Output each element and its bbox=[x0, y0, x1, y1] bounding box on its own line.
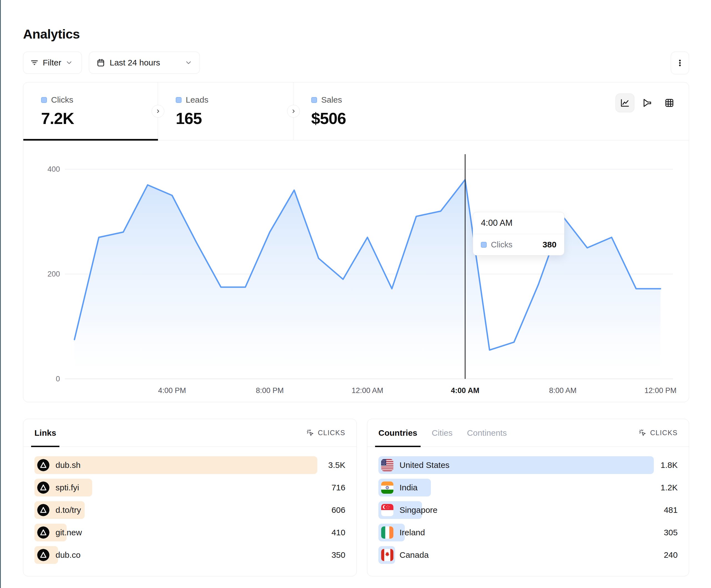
date-range-label: Last 24 hours bbox=[110, 58, 160, 67]
funnel-view-button[interactable] bbox=[638, 93, 656, 112]
table-view-button[interactable] bbox=[660, 93, 679, 112]
link-row-value: 716 bbox=[331, 483, 345, 492]
line-chart-icon bbox=[620, 98, 630, 108]
dub-logo-icon bbox=[37, 526, 49, 539]
svg-text:8:00 PM: 8:00 PM bbox=[256, 386, 284, 395]
flag-sg-icon bbox=[381, 504, 393, 516]
funnel-icon bbox=[642, 98, 652, 108]
countries-tab-underline bbox=[375, 446, 421, 447]
svg-text:4:00 PM: 4:00 PM bbox=[158, 386, 186, 395]
dub-logo-icon bbox=[37, 459, 49, 471]
links-metric-header[interactable]: CLICKS bbox=[306, 429, 345, 437]
country-row-label: Canada bbox=[400, 550, 429, 560]
link-row[interactable]: dub.sh3.5K bbox=[35, 456, 345, 474]
link-row[interactable]: dub.co350 bbox=[35, 546, 345, 564]
clicks-area-chart: 02004004:00 PM8:00 PM12:00 AM4:00 AM8:00… bbox=[23, 140, 689, 403]
country-row-label: India bbox=[400, 483, 417, 492]
svg-text:200: 200 bbox=[47, 270, 60, 278]
link-row[interactable]: git.new410 bbox=[35, 524, 345, 541]
country-row[interactable]: Ireland305 bbox=[379, 524, 678, 541]
page-edge-strip bbox=[0, 0, 1, 588]
country-row-value: 240 bbox=[664, 550, 678, 560]
clicks-legend-swatch bbox=[41, 97, 47, 103]
svg-text:12:00 PM: 12:00 PM bbox=[644, 386, 676, 395]
metric-tabs-row: Clicks 7.2K Leads 165 Sales $506 bbox=[23, 82, 689, 140]
more-options-button[interactable] bbox=[671, 51, 689, 74]
metric-label: Sales bbox=[321, 95, 342, 105]
link-row-label: dub.sh bbox=[56, 460, 81, 470]
link-row-label: git.new bbox=[56, 528, 82, 537]
line-chart-view-button[interactable] bbox=[616, 93, 634, 112]
country-row-value: 1.2K bbox=[661, 483, 678, 492]
dub-logo-icon bbox=[37, 504, 49, 516]
countries-panel: Countries Cities Continents CLICKS Unite… bbox=[367, 419, 689, 576]
flag-ca-icon bbox=[381, 549, 393, 561]
country-row-value: 481 bbox=[664, 505, 678, 515]
page-title: Analytics bbox=[23, 26, 80, 42]
continents-tab-label: Continents bbox=[467, 428, 507, 438]
link-row-value: 350 bbox=[331, 550, 345, 560]
metric-value: 7.2K bbox=[41, 109, 158, 128]
country-row-value: 1.8K bbox=[661, 460, 678, 470]
cursor-click-icon bbox=[639, 429, 647, 437]
tab-sales[interactable]: Sales $506 bbox=[294, 82, 429, 140]
metric-value: 165 bbox=[176, 109, 293, 128]
svg-text:400: 400 bbox=[47, 165, 60, 173]
svg-text:8:00 AM: 8:00 AM bbox=[549, 386, 577, 395]
filter-button-label: Filter bbox=[43, 58, 61, 67]
calendar-icon bbox=[96, 58, 105, 67]
link-row-value: 410 bbox=[331, 528, 345, 537]
cities-tab-label: Cities bbox=[432, 428, 453, 438]
expand-metric-button[interactable] bbox=[152, 105, 164, 118]
link-row-label: d.to/try bbox=[56, 505, 81, 515]
svg-text:4:00 AM: 4:00 AM bbox=[451, 386, 479, 395]
country-row[interactable]: India1.2K bbox=[379, 479, 678, 496]
links-metric-header-label: CLICKS bbox=[318, 429, 345, 437]
link-row[interactable]: spti.fyi716 bbox=[35, 479, 345, 496]
country-row-label: United States bbox=[400, 460, 450, 470]
dub-logo-icon bbox=[37, 481, 49, 494]
country-row[interactable]: United States1.8K bbox=[379, 456, 678, 474]
tab-cities[interactable]: Cities bbox=[432, 419, 453, 447]
date-range-button[interactable]: Last 24 hours bbox=[89, 51, 200, 74]
filter-button[interactable]: Filter bbox=[23, 51, 82, 74]
links-tab-underline bbox=[31, 446, 59, 447]
vertical-ellipsis-icon bbox=[675, 59, 684, 67]
tab-countries[interactable]: Countries bbox=[379, 419, 417, 447]
links-panel-title: Links bbox=[35, 428, 56, 438]
link-row[interactable]: d.to/try606 bbox=[35, 501, 345, 519]
expand-metric-button[interactable] bbox=[287, 105, 300, 118]
flag-ie-icon bbox=[381, 526, 393, 539]
link-row-value: 606 bbox=[331, 505, 345, 515]
chevron-right-icon bbox=[290, 108, 297, 115]
tooltip-series-label: Clicks bbox=[491, 240, 538, 249]
dub-logo-icon bbox=[37, 549, 49, 561]
tab-clicks[interactable]: Clicks 7.2K bbox=[23, 82, 158, 140]
leads-legend-swatch bbox=[176, 97, 181, 103]
tab-continents[interactable]: Continents bbox=[467, 419, 507, 447]
countries-rows: United States1.8KIndia1.2KSingapore481Ir… bbox=[367, 447, 689, 564]
metric-label: Clicks bbox=[51, 95, 73, 105]
tab-links[interactable]: Links bbox=[35, 419, 56, 447]
country-row-label: Ireland bbox=[400, 528, 425, 537]
flag-in-icon bbox=[381, 481, 393, 494]
countries-metric-header[interactable]: CLICKS bbox=[639, 429, 678, 437]
tooltip-value: 380 bbox=[542, 240, 556, 249]
chevron-right-icon bbox=[155, 108, 161, 115]
metric-label: Leads bbox=[186, 95, 209, 105]
tooltip-legend-swatch bbox=[481, 242, 487, 248]
metric-value: $506 bbox=[311, 109, 429, 128]
chart-canvas[interactable]: 02004004:00 PM8:00 PM12:00 AM4:00 AM8:00… bbox=[23, 140, 689, 403]
countries-tab-label: Countries bbox=[379, 428, 417, 438]
link-row-value: 3.5K bbox=[328, 460, 345, 470]
country-row[interactable]: Canada240 bbox=[379, 546, 678, 564]
country-row-value: 305 bbox=[664, 528, 678, 537]
country-row-label: Singapore bbox=[400, 505, 437, 515]
filter-icon bbox=[30, 58, 39, 67]
tab-leads[interactable]: Leads 165 bbox=[158, 82, 294, 140]
link-row-label: dub.co bbox=[56, 550, 81, 560]
country-row[interactable]: Singapore481 bbox=[379, 501, 678, 519]
cursor-click-icon bbox=[306, 429, 315, 437]
svg-text:12:00 AM: 12:00 AM bbox=[351, 386, 383, 395]
tooltip-time: 4:00 AM bbox=[473, 212, 564, 234]
